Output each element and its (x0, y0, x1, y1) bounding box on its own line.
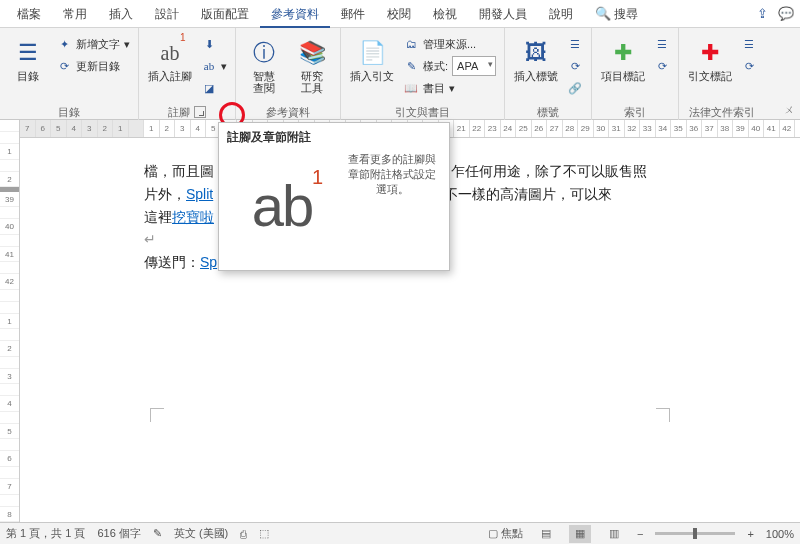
mark-entry-button[interactable]: ✚ 項目標記 (598, 34, 648, 84)
tab-file[interactable]: 檔案 (6, 0, 52, 28)
researcher-button[interactable]: 📚 研究 工具 (290, 34, 334, 96)
update-index-button[interactable]: ⟳ (652, 56, 672, 76)
web-layout-button[interactable]: ▥ (603, 525, 625, 543)
update-icon: ⟳ (56, 60, 72, 73)
add-text-button[interactable]: ✦新增文字 ▾ (54, 34, 132, 54)
mark-citation-icon: ✚ (701, 36, 719, 70)
status-proofing-icon[interactable]: ✎ (153, 527, 162, 540)
status-accessibility-icon[interactable]: ⎙ (240, 528, 247, 540)
toc-icon: ☰ (18, 36, 38, 70)
link-dig[interactable]: 挖寶啦 (172, 209, 214, 225)
group-citation: 📄 插入引文 🗂管理來源... ✎樣式: APA 📖書目 ▾ 引文與書目 (341, 28, 505, 120)
comments-icon[interactable]: 💬 (778, 6, 794, 21)
insert-caption-button[interactable]: 🖼 插入標號 (511, 34, 561, 84)
group-index-label: 索引 (624, 105, 646, 120)
update-tof-icon: ⟳ (567, 60, 583, 73)
status-words[interactable]: 616 個字 (97, 526, 140, 541)
crop-mark-left (150, 408, 164, 422)
tab-developer[interactable]: 開發人員 (468, 0, 538, 28)
toc-button[interactable]: ☰ 目錄 (6, 34, 50, 84)
text-1a: 檔，而且圖 (144, 163, 214, 179)
group-caption-label: 標號 (537, 105, 559, 120)
tab-insert[interactable]: 插入 (98, 0, 144, 28)
group-footnote-label: 註腳 (168, 105, 190, 120)
print-layout-button[interactable]: ▦ (569, 525, 591, 543)
style-label: 樣式: (423, 59, 448, 74)
footnote-launcher-tooltip: 註腳及章節附註 ab 1 查看更多的註腳與章節附註格式設定選項。 (218, 122, 450, 271)
add-text-icon: ✦ (56, 38, 72, 51)
collapse-ribbon-button[interactable]: ㄨ (784, 103, 794, 117)
group-toc: ☰ 目錄 ✦新增文字 ▾ ⟳更新目錄 目錄 (0, 28, 139, 120)
insert-table-figures-button[interactable]: ☰ (565, 34, 585, 54)
insert-index-button[interactable]: ☰ (652, 34, 672, 54)
smart-lookup-icon: ⓘ (253, 36, 275, 70)
manage-sources-button[interactable]: 🗂管理來源... (401, 34, 498, 54)
tab-help[interactable]: 說明 (538, 0, 584, 28)
show-notes-button[interactable]: ◪ (199, 78, 229, 98)
group-index: ✚ 項目標記 ☰ ⟳ 索引 (592, 28, 679, 120)
zoom-slider[interactable] (655, 532, 735, 535)
status-language[interactable]: 英文 (美國) (174, 526, 228, 541)
focus-mode-label[interactable]: ▢ 焦點 (488, 526, 523, 541)
link-sp[interactable]: Sp (200, 254, 217, 270)
update-toa-button[interactable]: ⟳ (739, 56, 759, 76)
caption-icon: 🖼 (525, 36, 547, 70)
zoom-thumb[interactable] (693, 528, 697, 539)
tab-review[interactable]: 校閱 (376, 0, 422, 28)
tab-mailings[interactable]: 郵件 (330, 0, 376, 28)
tab-view[interactable]: 檢視 (422, 0, 468, 28)
insert-toa-button[interactable]: ☰ (739, 34, 759, 54)
tof-icon: ☰ (567, 38, 583, 51)
researcher-label: 研究 工具 (301, 70, 323, 94)
group-research-label: 參考資料 (266, 105, 310, 120)
footnote-icon: ab1 (161, 36, 180, 70)
show-notes-icon: ◪ (201, 82, 217, 95)
insert-footnote-button[interactable]: ab1 插入註腳 (145, 34, 195, 84)
group-citation-label: 引文與書目 (395, 105, 450, 120)
tab-references[interactable]: 參考資料 (260, 0, 330, 28)
update-toc-button[interactable]: ⟳更新目錄 (54, 56, 132, 76)
zoom-value[interactable]: 100% (766, 528, 794, 540)
manage-sources-label: 管理來源... (423, 37, 476, 52)
tab-search[interactable]: 🔍 搜尋 (584, 0, 649, 28)
update-toa-icon: ⟳ (741, 60, 757, 73)
crossref-icon: 🔗 (567, 82, 583, 95)
group-toc-label: 目錄 (58, 105, 80, 120)
cross-ref-button[interactable]: 🔗 (565, 78, 585, 98)
mark-citation-button[interactable]: ✚ 引文標記 (685, 34, 735, 84)
search-label: 搜尋 (614, 7, 638, 21)
text-3a: 這裡 (144, 209, 172, 225)
add-text-label: 新增文字 (76, 37, 120, 52)
group-footnote: ab1 插入註腳 ⬇ ab▾ ◪ 註腳 (139, 28, 236, 120)
tooltip-preview-icon: ab 1 (227, 150, 337, 260)
tooltip-sup: 1 (312, 166, 323, 189)
zoom-out-button[interactable]: − (637, 528, 643, 540)
insert-index-icon: ☰ (654, 38, 670, 51)
zoom-in-button[interactable]: + (747, 528, 753, 540)
text-2a: 片外， (144, 186, 186, 202)
vertical-ruler: 123940414212345678 (0, 120, 20, 522)
smart-lookup-label: 智慧 查閱 (253, 70, 275, 94)
smart-lookup-button[interactable]: ⓘ 智慧 查閱 (242, 34, 286, 96)
tab-design[interactable]: 設計 (144, 0, 190, 28)
mark-entry-label: 項目標記 (601, 70, 645, 82)
tab-home[interactable]: 常用 (52, 0, 98, 28)
status-macro-icon[interactable]: ⬚ (259, 527, 269, 540)
read-mode-button[interactable]: ▤ (535, 525, 557, 543)
crop-mark-right (656, 408, 670, 422)
link-split[interactable]: Split (186, 186, 213, 202)
share-icon[interactable]: ⇪ (757, 6, 768, 21)
mark-entry-icon: ✚ (614, 36, 632, 70)
tab-layout[interactable]: 版面配置 (190, 0, 260, 28)
footnote-dialog-launcher[interactable] (194, 106, 206, 118)
style-selector[interactable]: ✎樣式: APA (401, 56, 498, 76)
insert-endnote-button[interactable]: ⬇ (199, 34, 229, 54)
update-table-button[interactable]: ⟳ (565, 56, 585, 76)
insert-citation-button[interactable]: 📄 插入引文 (347, 34, 397, 84)
search-icon: 🔍 (595, 6, 611, 21)
status-page[interactable]: 第 1 頁，共 1 頁 (6, 526, 85, 541)
style-dropdown[interactable]: APA (452, 56, 496, 76)
next-footnote-button[interactable]: ab▾ (199, 56, 229, 76)
status-bar: 第 1 頁，共 1 頁 616 個字 ✎ 英文 (美國) ⎙ ⬚ ▢ 焦點 ▤ … (0, 522, 800, 544)
bibliography-button[interactable]: 📖書目 ▾ (401, 78, 498, 98)
